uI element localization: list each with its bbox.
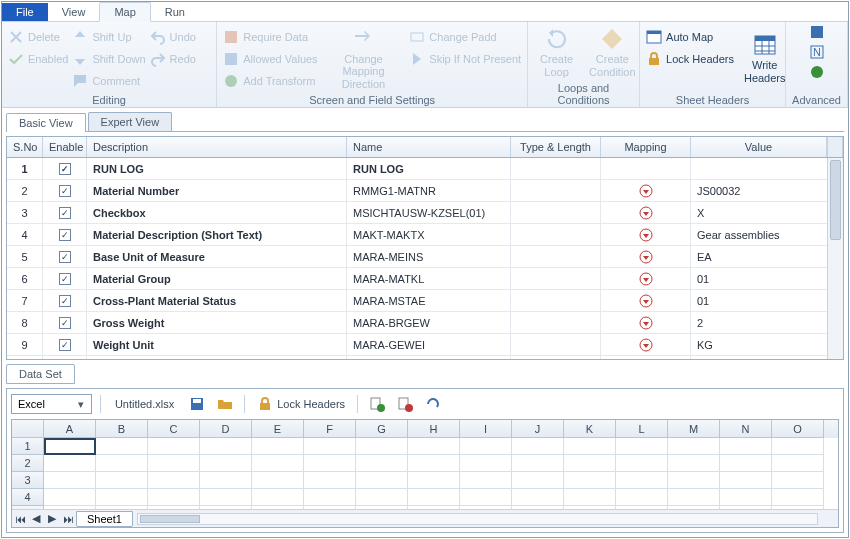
- column-header[interactable]: K: [564, 420, 616, 438]
- col-enable[interactable]: Enable: [43, 137, 87, 157]
- sheet-cell[interactable]: [200, 438, 252, 455]
- sheet-cell[interactable]: [44, 438, 96, 455]
- tab-data-set[interactable]: Data Set: [6, 364, 75, 384]
- column-header[interactable]: M: [668, 420, 720, 438]
- table-row[interactable]: 10Net WeightMARA-NTGEW1: [7, 356, 843, 359]
- delete-button[interactable]: Delete: [28, 31, 60, 43]
- grid-scroll-thumb[interactable]: [830, 160, 841, 240]
- checkbox-icon[interactable]: [59, 339, 71, 351]
- checkbox-icon[interactable]: [59, 185, 71, 197]
- column-header[interactable]: D: [200, 420, 252, 438]
- cell-value[interactable]: X: [691, 202, 843, 223]
- sheet-cell[interactable]: [408, 472, 460, 489]
- sheet-cell[interactable]: [512, 489, 564, 506]
- cell-enable[interactable]: [43, 202, 87, 223]
- tab-basic-view[interactable]: Basic View: [6, 113, 86, 132]
- checkbox-icon[interactable]: [59, 295, 71, 307]
- row-header[interactable]: 4: [12, 489, 44, 506]
- sheet-cell[interactable]: [96, 455, 148, 472]
- sheet-nav-last[interactable]: ⏭: [60, 513, 76, 525]
- cell-enable[interactable]: [43, 180, 87, 201]
- checkbox-icon[interactable]: [59, 207, 71, 219]
- sheet-cell[interactable]: [564, 489, 616, 506]
- column-header[interactable]: H: [408, 420, 460, 438]
- sheet-cell[interactable]: [616, 472, 668, 489]
- cell-enable[interactable]: [43, 312, 87, 333]
- sheet-cell[interactable]: [668, 489, 720, 506]
- sheet-cell[interactable]: [304, 472, 356, 489]
- sheet-cell[interactable]: [252, 489, 304, 506]
- sheet-cell[interactable]: [720, 489, 772, 506]
- redo-button[interactable]: Redo: [170, 53, 196, 65]
- sheet-cell[interactable]: [304, 489, 356, 506]
- cell-enable[interactable]: [43, 246, 87, 267]
- auto-map-button[interactable]: Auto Map: [666, 31, 713, 43]
- shift-up-button[interactable]: Shift Up: [92, 31, 131, 43]
- sheet-cell[interactable]: [460, 489, 512, 506]
- table-row[interactable]: 2Material NumberRMMG1-MATNRJS00032: [7, 180, 843, 202]
- cell-enable[interactable]: [43, 268, 87, 289]
- sheet-cell[interactable]: [564, 455, 616, 472]
- sheet-cell[interactable]: [148, 455, 200, 472]
- enabled-button[interactable]: Enabled: [28, 53, 68, 65]
- sheet-cell[interactable]: [408, 455, 460, 472]
- column-header[interactable]: A: [44, 420, 96, 438]
- tab-run[interactable]: Run: [151, 3, 199, 21]
- column-header[interactable]: N: [720, 420, 772, 438]
- col-description[interactable]: Description: [87, 137, 347, 157]
- cell-enable[interactable]: [43, 334, 87, 355]
- sheet-cell[interactable]: [44, 472, 96, 489]
- grid-vertical-scrollbar[interactable]: [827, 158, 843, 359]
- sheet-cell[interactable]: [96, 489, 148, 506]
- sheet-hscroll-thumb[interactable]: [140, 515, 200, 523]
- sheet-cell[interactable]: [512, 472, 564, 489]
- cell-value[interactable]: 2: [691, 312, 843, 333]
- sheet-cell[interactable]: [304, 438, 356, 455]
- sheet-nav-next[interactable]: ▶: [44, 512, 60, 525]
- cell-mapping[interactable]: [601, 246, 691, 267]
- create-condition-button[interactable]: Create Condition: [583, 27, 641, 77]
- advanced-icon-2[interactable]: N: [809, 44, 825, 60]
- sheet-cell[interactable]: [668, 438, 720, 455]
- cell-value[interactable]: KG: [691, 334, 843, 355]
- sheet-cell[interactable]: [512, 455, 564, 472]
- sheet-cell[interactable]: [148, 438, 200, 455]
- sheet-cell[interactable]: [252, 472, 304, 489]
- table-row[interactable]: 8Gross WeightMARA-BRGEW2: [7, 312, 843, 334]
- shift-down-button[interactable]: Shift Down: [92, 53, 145, 65]
- cell-mapping[interactable]: [601, 158, 691, 179]
- refresh-sheet-button[interactable]: [422, 394, 444, 414]
- add-sheet-button[interactable]: [366, 394, 388, 414]
- tab-map[interactable]: Map: [99, 2, 150, 22]
- checkbox-icon[interactable]: [59, 163, 71, 175]
- lock-headers-button[interactable]: Lock Headers: [666, 53, 734, 65]
- column-header[interactable]: L: [616, 420, 668, 438]
- source-combo[interactable]: Excel ▾: [11, 394, 92, 414]
- column-header[interactable]: E: [252, 420, 304, 438]
- sheet-cell[interactable]: [720, 472, 772, 489]
- change-padding-button[interactable]: Change Padd: [429, 31, 496, 43]
- cell-mapping[interactable]: [601, 224, 691, 245]
- tab-expert-view[interactable]: Expert View: [88, 112, 173, 131]
- comment-button[interactable]: Comment: [92, 75, 140, 87]
- column-header[interactable]: O: [772, 420, 824, 438]
- sheet-cell[interactable]: [252, 438, 304, 455]
- sheet-horizontal-scrollbar[interactable]: [137, 513, 818, 525]
- cell-mapping[interactable]: [601, 202, 691, 223]
- sheet-cell[interactable]: [512, 438, 564, 455]
- allowed-values-button[interactable]: Allowed Values: [243, 53, 317, 65]
- cell-enable[interactable]: [43, 158, 87, 179]
- create-loop-button[interactable]: Create Loop: [534, 27, 579, 77]
- column-header[interactable]: B: [96, 420, 148, 438]
- require-data-button[interactable]: Require Data: [243, 31, 308, 43]
- cell-enable[interactable]: [43, 224, 87, 245]
- sheet-nav-first[interactable]: ⏮: [12, 513, 28, 525]
- sheet-cell[interactable]: [408, 438, 460, 455]
- column-header[interactable]: J: [512, 420, 564, 438]
- advanced-icon-3[interactable]: [809, 64, 825, 80]
- sheet-nav-prev[interactable]: ◀: [28, 512, 44, 525]
- table-row[interactable]: 4Material Description (Short Text)MAKT-M…: [7, 224, 843, 246]
- checkbox-icon[interactable]: [59, 251, 71, 263]
- sheet-cell[interactable]: [356, 489, 408, 506]
- sheet-cell[interactable]: [668, 472, 720, 489]
